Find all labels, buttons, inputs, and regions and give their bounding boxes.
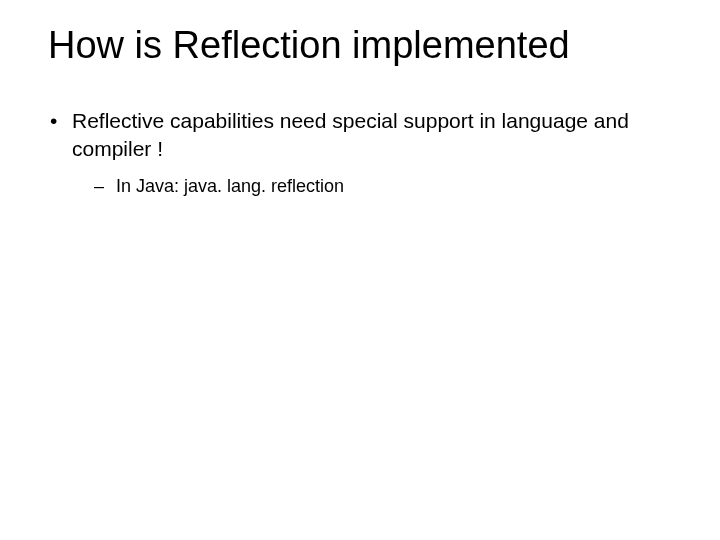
bullet-list: Reflective capabilities need special sup… xyxy=(40,107,680,198)
list-item: Reflective capabilities need special sup… xyxy=(46,107,680,198)
list-item: In Java: java. lang. reflection xyxy=(90,174,680,198)
slide: How is Reflection implemented Reflective… xyxy=(0,0,720,540)
slide-title: How is Reflection implemented xyxy=(48,24,680,67)
sub-bullet-text: In Java: java. lang. reflection xyxy=(116,176,344,196)
bullet-text: Reflective capabilities need special sup… xyxy=(72,109,629,160)
sub-bullet-list: In Java: java. lang. reflection xyxy=(72,174,680,198)
